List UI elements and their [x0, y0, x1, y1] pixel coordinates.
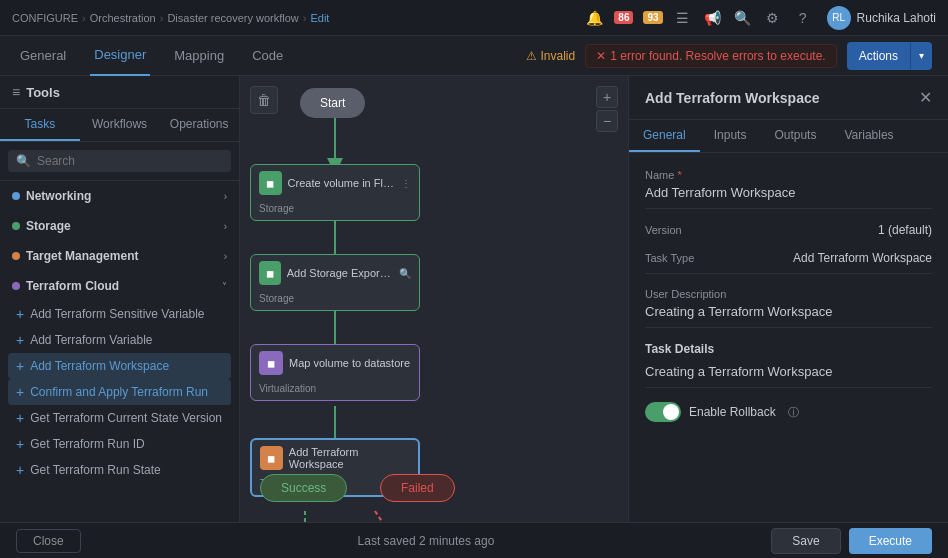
sidebar-title: Tools	[26, 85, 60, 100]
node-options-icon[interactable]: 🔍	[399, 268, 411, 279]
user-area[interactable]: RL Ruchika Lahoti	[827, 6, 936, 30]
user-name: Ruchika Lahoti	[857, 11, 936, 25]
actions-label[interactable]: Actions	[847, 42, 911, 70]
actions-arrow-icon[interactable]: ▾	[911, 42, 932, 70]
panel-tab-general[interactable]: General	[629, 120, 700, 152]
node-success[interactable]: Success	[260, 474, 347, 502]
sidebar-tabs: Tasks Workflows Operations	[0, 109, 239, 142]
error-badge: ✕ 1 error found. Resolve errors to execu…	[585, 44, 836, 68]
tab-bar: General Designer Mapping Code ⚠ Invalid …	[0, 36, 948, 76]
task-details-value: Creating a Terraform Workspace	[645, 364, 932, 388]
right-panel: Add Terraform Workspace ✕ General Inputs…	[628, 76, 948, 522]
enable-rollback-toggle[interactable]: Enable Rollback ⓘ	[645, 402, 932, 422]
node-label: Map volume to datastore	[289, 357, 410, 369]
close-area: Close	[16, 529, 81, 553]
panel-tab-variables[interactable]: Variables	[830, 120, 907, 152]
panel-tab-outputs[interactable]: Outputs	[760, 120, 830, 152]
zoom-out-button[interactable]: −	[596, 110, 618, 132]
task-get-run-state[interactable]: + Get Terraform Run State	[8, 457, 231, 483]
task-add-sensitive-variable[interactable]: + Add Terraform Sensitive Variable	[8, 301, 231, 327]
menu-icon: ≡	[12, 84, 20, 100]
panel-tabs: General Inputs Outputs Variables	[629, 120, 948, 153]
category-terraform[interactable]: Terraform Cloud ˅	[0, 271, 239, 301]
breadcrumb-edit: Edit	[310, 12, 329, 24]
node-label: Add Terraform Workspace	[289, 446, 410, 470]
task-get-state-version[interactable]: + Get Terraform Current State Version	[8, 405, 231, 431]
invalid-label: Invalid	[541, 49, 576, 63]
search-icon[interactable]: 🔍	[733, 8, 753, 28]
tab-designer[interactable]: Designer	[90, 36, 150, 76]
canvas[interactable]: 🗑 + − Start	[240, 76, 628, 522]
search-area: 🔍	[0, 142, 239, 181]
terraform-items: + Add Terraform Sensitive Variable + Add…	[0, 301, 239, 487]
task-add-workspace[interactable]: + Add Terraform Workspace	[8, 353, 231, 379]
sidebar-tab-workflows[interactable]: Workflows	[80, 109, 160, 141]
bell-icon[interactable]: 🔔	[584, 8, 604, 28]
tab-general[interactable]: General	[16, 36, 70, 76]
sidebar-content: Networking › Storage › Target Management…	[0, 181, 239, 522]
version-field: Version 1 (default)	[645, 223, 932, 237]
breadcrumb-orchestration[interactable]: Orchestration	[90, 12, 156, 24]
failed-label: Failed	[401, 481, 434, 495]
breadcrumb: CONFIGURE › Orchestration › Disaster rec…	[12, 12, 329, 24]
node-create-volume[interactable]: ◼ Create volume in FlexP ⋮ Storage	[250, 164, 420, 221]
settings-icon[interactable]: ⚙	[763, 8, 783, 28]
rollback-info-icon[interactable]: ⓘ	[788, 405, 799, 420]
error-text: 1 error found. Resolve errors to execute…	[610, 49, 825, 63]
node-label: Add Storage Export Poli	[287, 267, 393, 279]
networking-collapse-icon: ›	[224, 191, 227, 202]
user-desc-field: User Description Creating a Terraform Wo…	[645, 288, 932, 328]
zoom-controls: + −	[596, 86, 618, 132]
panel-close-button[interactable]: ✕	[919, 88, 932, 107]
help-icon[interactable]: ?	[793, 8, 813, 28]
name-field: Name * Add Terraform Workspace	[645, 169, 932, 209]
storage-collapse-icon: ›	[224, 221, 227, 232]
actions-button[interactable]: Actions ▾	[847, 42, 932, 70]
save-button[interactable]: Save	[771, 528, 840, 554]
add-icon: +	[16, 462, 24, 478]
rollback-switch[interactable]	[645, 402, 681, 422]
node-add-storage[interactable]: ◼ Add Storage Export Poli 🔍 Storage	[250, 254, 420, 311]
category-networking[interactable]: Networking ›	[0, 181, 239, 211]
sidebar-tab-tasks[interactable]: Tasks	[0, 109, 80, 141]
delete-button[interactable]: 🗑	[250, 86, 278, 114]
sidebar-tab-operations[interactable]: Operations	[159, 109, 239, 141]
node-label: Create volume in FlexP	[288, 177, 395, 189]
start-label: Start	[320, 96, 345, 110]
breadcrumb-workflow[interactable]: Disaster recovery workflow	[167, 12, 298, 24]
search-input[interactable]	[37, 154, 223, 168]
search-box[interactable]: 🔍	[8, 150, 231, 172]
name-value: Add Terraform Workspace	[645, 185, 932, 209]
category-target[interactable]: Target Management ›	[0, 241, 239, 271]
zoom-in-button[interactable]: +	[596, 86, 618, 108]
node-options-icon[interactable]: ⋮	[401, 178, 411, 189]
tab-mapping[interactable]: Mapping	[170, 36, 228, 76]
task-get-run-id[interactable]: + Get Terraform Run ID	[8, 431, 231, 457]
task-add-variable[interactable]: + Add Terraform Variable	[8, 327, 231, 353]
action-buttons: Save Execute	[771, 528, 932, 554]
breadcrumb-configure[interactable]: CONFIGURE	[12, 12, 78, 24]
main-content: ≡ Tools Tasks Workflows Operations 🔍 Net…	[0, 76, 948, 522]
panel-tab-inputs[interactable]: Inputs	[700, 120, 761, 152]
task-confirm-apply[interactable]: + Confirm and Apply Terraform Run	[8, 379, 231, 405]
panel-header: Add Terraform Workspace ✕	[629, 76, 948, 120]
tab-actions: ⚠ Invalid ✕ 1 error found. Resolve error…	[526, 42, 932, 70]
top-nav: CONFIGURE › Orchestration › Disaster rec…	[0, 0, 948, 36]
add-icon: +	[16, 358, 24, 374]
panel-body: Name * Add Terraform Workspace Version 1…	[629, 153, 948, 522]
tab-code[interactable]: Code	[248, 36, 287, 76]
node-start[interactable]: Start	[300, 88, 365, 118]
megaphone-icon[interactable]: 📢	[703, 8, 723, 28]
execute-button[interactable]: Execute	[849, 528, 932, 554]
warning-icon: ⚠	[526, 49, 537, 63]
error-icon: ✕	[596, 49, 606, 63]
tasks-icon[interactable]: ☰	[673, 8, 693, 28]
add-icon: +	[16, 384, 24, 400]
avatar: RL	[827, 6, 851, 30]
node-failed[interactable]: Failed	[380, 474, 455, 502]
node-subtitle: Storage	[259, 203, 294, 214]
add-icon: +	[16, 436, 24, 452]
close-button[interactable]: Close	[16, 529, 81, 553]
category-storage[interactable]: Storage ›	[0, 211, 239, 241]
node-map-volume[interactable]: ◼ Map volume to datastore Virtualization	[250, 344, 420, 401]
